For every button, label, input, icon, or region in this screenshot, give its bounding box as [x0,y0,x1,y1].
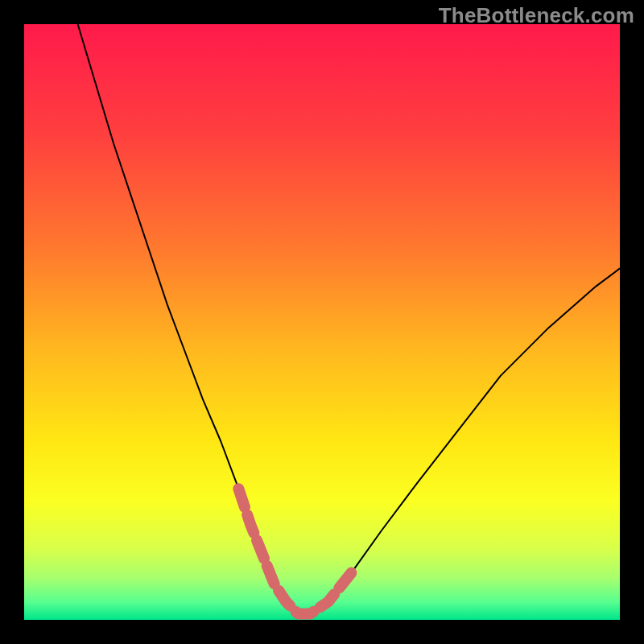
bottleneck-chart [0,0,644,644]
watermark-text: TheBottleneck.com [439,3,634,28]
plot-background [24,24,620,620]
chart-frame: TheBottleneck.com [0,0,644,644]
